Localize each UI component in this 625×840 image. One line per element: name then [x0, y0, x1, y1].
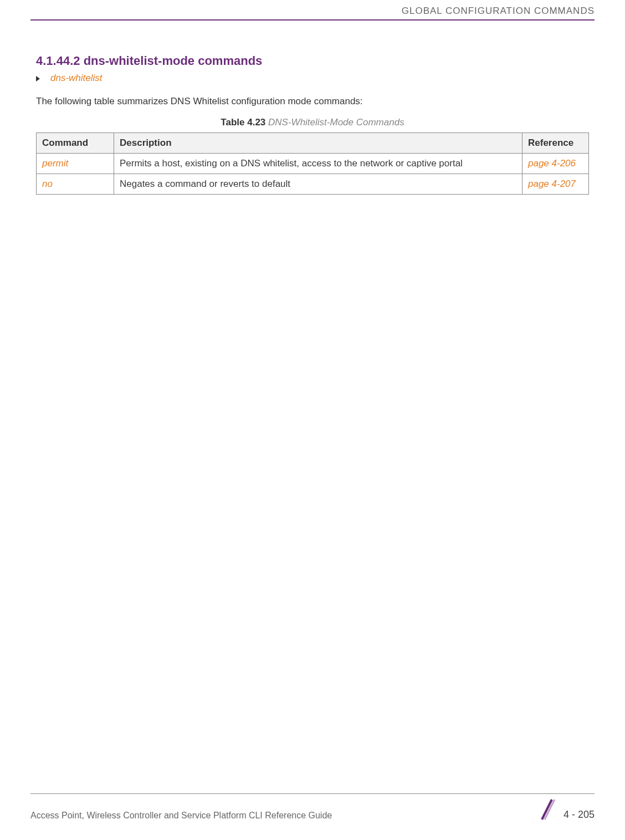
table-header-command: Command — [37, 133, 114, 154]
table-row: permit Permits a host, existing on a DNS… — [37, 154, 589, 174]
table-caption-number: Table 4.23 — [221, 117, 265, 128]
chapter-title: GLOBAL CONFIGURATION COMMANDS — [402, 6, 595, 16]
slash-icon — [539, 798, 555, 821]
table-header-description: Description — [114, 133, 522, 154]
command-description: Negates a command or reverts to default — [114, 174, 522, 195]
page-number: 4 - 205 — [563, 809, 595, 821]
arrow-right-icon — [36, 76, 40, 82]
breadcrumb-link[interactable]: dns-whitelist — [50, 73, 103, 83]
section-heading: 4.1.44.2 dns-whitelist-mode commands — [36, 54, 589, 68]
command-link[interactable]: permit — [42, 158, 68, 169]
intro-text: The following table summarizes DNS White… — [36, 96, 589, 107]
table-caption-title: DNS-Whitelist-Mode Commands — [268, 117, 404, 128]
table-header-row: Command Description Reference — [37, 133, 589, 154]
reference-link[interactable]: page 4-207 — [528, 179, 576, 189]
reference-link[interactable]: page 4-206 — [528, 158, 576, 169]
commands-table: Command Description Reference permit Per… — [36, 133, 589, 195]
page-footer: Access Point, Wireless Controller and Se… — [0, 793, 625, 821]
command-link[interactable]: no — [42, 179, 53, 189]
guide-title: Access Point, Wireless Controller and Se… — [30, 811, 332, 821]
table-row: no Negates a command or reverts to defau… — [37, 174, 589, 195]
table-caption: Table 4.23 DNS-Whitelist-Mode Commands — [36, 117, 589, 128]
breadcrumb: dns-whitelist — [36, 73, 589, 84]
footer-divider — [30, 793, 595, 794]
table-header-reference: Reference — [522, 133, 589, 154]
command-description: Permits a host, existing on a DNS whitel… — [114, 154, 522, 174]
